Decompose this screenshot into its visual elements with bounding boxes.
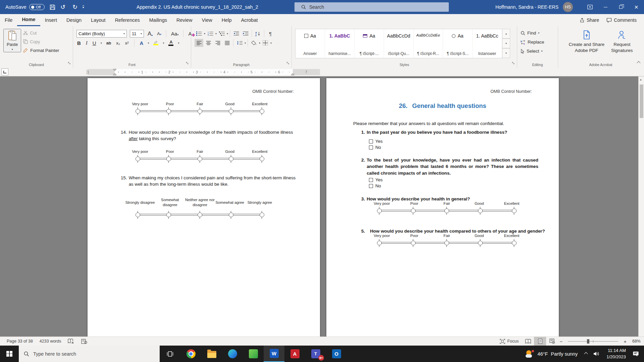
- format-painter-button[interactable]: Format Painter: [23, 46, 59, 54]
- style-card-answer[interactable]: AaAnswer: [296, 29, 325, 58]
- zoom-slider[interactable]: [568, 341, 618, 342]
- tab-acrobat[interactable]: Acrobat: [236, 14, 263, 26]
- scale-stop[interactable]: [444, 208, 449, 213]
- task-view-button[interactable]: [160, 346, 180, 362]
- checkbox-icon[interactable]: [369, 184, 373, 188]
- tab-mailings[interactable]: Mailings: [145, 14, 172, 26]
- share-button[interactable]: Share: [580, 17, 599, 23]
- tab-references[interactable]: References: [110, 14, 145, 26]
- chevron-down-icon[interactable]: ▾: [259, 42, 260, 45]
- font-dialog-launcher[interactable]: [186, 60, 189, 66]
- font-name-select[interactable]: Calibri (Body)▾: [76, 30, 127, 38]
- shading-button[interactable]: [250, 39, 258, 47]
- tab-design[interactable]: Design: [62, 14, 86, 26]
- collapse-ribbon-button[interactable]: [637, 60, 640, 66]
- scale-stop[interactable]: [166, 109, 171, 114]
- styles-scroll-down-button[interactable]: ▾: [502, 39, 510, 48]
- tab-file[interactable]: File: [0, 14, 17, 26]
- checkbox-icon[interactable]: [369, 178, 373, 182]
- autosave-switch[interactable]: Off: [29, 4, 45, 10]
- scale-stop[interactable]: [260, 157, 264, 161]
- page-34[interactable]: OMB Control Number: 26.General health qu…: [326, 78, 559, 343]
- scale-stop[interactable]: [478, 241, 483, 245]
- read-mode-button[interactable]: [522, 337, 534, 346]
- minimize-button[interactable]: [598, 0, 613, 14]
- editor-button[interactable]: [78, 339, 91, 344]
- scale-stop[interactable]: [136, 157, 140, 161]
- align-left-button[interactable]: [195, 39, 203, 47]
- show-hidden-icons-button[interactable]: [582, 353, 590, 355]
- bold-button[interactable]: B: [76, 40, 82, 46]
- style-card-iscript-qu[interactable]: AaBbCcDdiScript-Qu...: [384, 29, 414, 58]
- chevron-down-icon[interactable]: ▾: [101, 42, 102, 45]
- green-app-taskbar-icon[interactable]: [243, 346, 264, 362]
- redo-button[interactable]: ↻: [72, 4, 77, 10]
- scale-stop[interactable]: [229, 109, 233, 114]
- cut-button[interactable]: Cut: [23, 29, 59, 37]
- italic-button[interactable]: I: [85, 40, 88, 46]
- select-button[interactable]: Select▾: [521, 47, 544, 55]
- scale-stop[interactable]: [136, 109, 140, 114]
- page-33[interactable]: OMB Control Number: Very poor Poor Fair …: [88, 78, 320, 343]
- style-card-listanswer[interactable]: 1. AaBbCclistanswer: [473, 29, 502, 58]
- scale-stop[interactable]: [166, 157, 171, 161]
- chevron-down-icon[interactable]: ▾: [204, 32, 205, 35]
- chevron-down-icon[interactable]: ▾: [245, 42, 246, 45]
- line-spacing-button[interactable]: [235, 39, 244, 47]
- scrollbar-thumb[interactable]: [640, 84, 643, 118]
- scale-stop[interactable]: [229, 213, 233, 217]
- close-button[interactable]: ×: [629, 0, 644, 14]
- tab-review[interactable]: Review: [172, 14, 197, 26]
- multilevel-list-button[interactable]: [217, 29, 226, 38]
- underline-button[interactable]: U: [92, 40, 97, 46]
- request-signatures-button[interactable]: RequestSignatures: [608, 29, 636, 55]
- strikethrough-button[interactable]: ab: [106, 41, 112, 46]
- scale-stop[interactable]: [198, 157, 202, 161]
- taskbar-search-input[interactable]: [33, 351, 141, 357]
- weather-widget[interactable]: 46°F Partly sunny: [521, 350, 582, 358]
- change-case-button[interactable]: Aa▾: [170, 31, 179, 37]
- tab-view[interactable]: View: [197, 14, 217, 26]
- page-indicator[interactable]: Page 33 of 38: [3, 339, 36, 344]
- search-box[interactable]: [294, 2, 449, 12]
- numbering-button[interactable]: 123: [206, 29, 215, 38]
- document-canvas[interactable]: OMB Control Number: Very poor Poor Fair …: [0, 76, 644, 337]
- edge-taskbar-icon[interactable]: [222, 346, 243, 362]
- grow-font-button[interactable]: A▴: [147, 31, 153, 37]
- clock[interactable]: 11:14 AM 1/20/2023: [602, 348, 630, 360]
- autosave-toggle[interactable]: AutoSave Off: [5, 4, 45, 10]
- bullets-button[interactable]: [195, 29, 203, 38]
- outlook-taskbar-icon[interactable]: O: [326, 346, 347, 362]
- style-card-harmonise[interactable]: 1. AaBbCharmonise...: [325, 29, 355, 58]
- customize-quick-access-button[interactable]: ▾: [83, 5, 84, 9]
- scale-stop[interactable]: [198, 109, 202, 114]
- search-input[interactable]: [309, 4, 430, 10]
- zoom-in-button[interactable]: +: [622, 339, 628, 344]
- show-paragraph-marks-button[interactable]: ¶: [266, 29, 275, 38]
- file-explorer-taskbar-icon[interactable]: [201, 346, 222, 362]
- acrobat-taskbar-icon[interactable]: A: [284, 346, 305, 362]
- scale-stop[interactable]: [411, 208, 416, 213]
- style-card-iscript-s[interactable]: Aa¶ iScript-S...: [443, 29, 473, 58]
- restore-button[interactable]: [613, 0, 629, 14]
- justify-button[interactable]: [223, 39, 231, 47]
- proofing-errors-button[interactable]: [64, 339, 78, 344]
- text-effects-button[interactable]: A: [139, 40, 144, 46]
- font-color-button[interactable]: A: [168, 40, 174, 46]
- tab-stop-selector[interactable]: [1, 68, 8, 75]
- highlight-button[interactable]: [153, 40, 159, 46]
- web-layout-button[interactable]: [546, 337, 558, 346]
- scale-stop[interactable]: [512, 241, 517, 245]
- undo-button[interactable]: ↺▾: [60, 4, 67, 10]
- volume-button[interactable]: [590, 351, 602, 356]
- find-button[interactable]: Find▾: [521, 29, 544, 37]
- copy-button[interactable]: Copy: [23, 38, 59, 46]
- ribbon-display-options-button[interactable]: [582, 0, 598, 14]
- chevron-down-icon[interactable]: ▾: [227, 32, 228, 35]
- scale-stop[interactable]: [478, 208, 483, 213]
- font-size-select[interactable]: 11▾: [130, 30, 144, 38]
- start-button[interactable]: [0, 346, 19, 362]
- decrease-indent-button[interactable]: [232, 29, 240, 38]
- borders-button[interactable]: [261, 39, 270, 47]
- superscript-button[interactable]: x²: [124, 41, 129, 46]
